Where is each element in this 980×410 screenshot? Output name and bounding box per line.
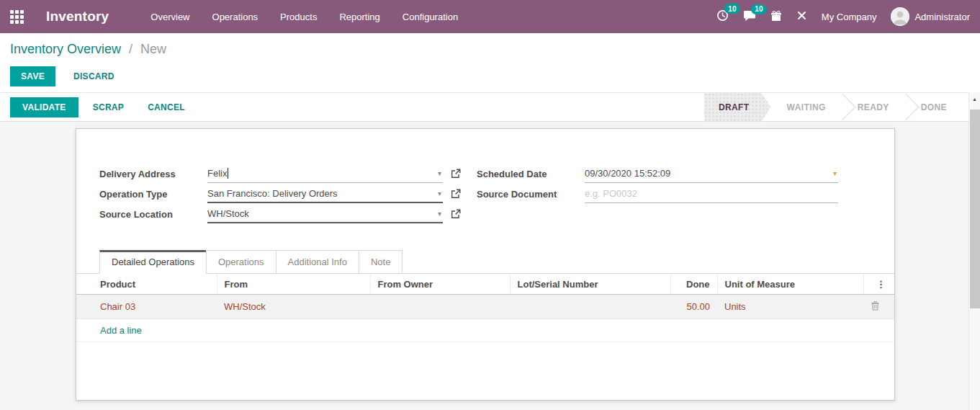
gift-icon bbox=[770, 10, 782, 24]
cell-from[interactable]: WH/Stock bbox=[217, 295, 370, 319]
tab-additional-info[interactable]: Additional Info bbox=[276, 250, 359, 274]
cell-lot-serial[interactable] bbox=[510, 295, 670, 319]
notebook: Detailed Operations Operations Additiona… bbox=[76, 250, 894, 342]
user-avatar bbox=[891, 7, 909, 26]
col-header-done[interactable]: Done bbox=[670, 274, 717, 295]
col-header-product[interactable]: Product bbox=[76, 274, 217, 295]
external-link-icon[interactable] bbox=[451, 169, 461, 179]
menu-configuration[interactable]: Configuration bbox=[401, 9, 459, 25]
scrollbar-up-arrow[interactable]: ▲ bbox=[969, 92, 980, 105]
control-panel: Inventory Overview / New SAVE DISCARD bbox=[0, 33, 980, 92]
tools-button[interactable] bbox=[796, 10, 807, 23]
dropdown-caret-icon[interactable]: ▾ bbox=[438, 169, 443, 177]
state-ready[interactable]: READY bbox=[842, 93, 905, 122]
app-title: Inventory bbox=[46, 9, 109, 24]
cell-uom[interactable]: Units bbox=[717, 295, 863, 319]
breadcrumb-separator: / bbox=[129, 42, 132, 56]
table-header-row: Product From From Owner Lot/Serial Numbe… bbox=[76, 274, 894, 295]
dropdown-caret-icon[interactable]: ▾ bbox=[438, 210, 443, 218]
table-row[interactable]: Chair 03 WH/Stock 50.00 Units bbox=[76, 295, 894, 319]
kebab-icon: ⋮ bbox=[876, 279, 886, 290]
scheduled-date-input[interactable]: 09/30/2020 15:52:09 ▾ bbox=[585, 165, 838, 183]
menu-overview[interactable]: Overview bbox=[149, 9, 191, 25]
tab-bar: Detailed Operations Operations Additiona… bbox=[76, 250, 894, 274]
dropdown-caret-icon[interactable]: ▾ bbox=[438, 190, 443, 197]
add-a-line-link[interactable]: Add a line bbox=[76, 319, 894, 342]
col-header-uom[interactable]: Unit of Measure bbox=[717, 274, 863, 295]
company-switcher[interactable]: My Company bbox=[822, 12, 877, 22]
breadcrumb-current: New bbox=[140, 42, 166, 56]
user-menu[interactable]: Administrator bbox=[891, 7, 970, 26]
datepicker-caret-icon[interactable]: ▾ bbox=[833, 169, 838, 177]
state-draft[interactable]: DRAFT bbox=[704, 93, 771, 122]
state-done[interactable]: DONE bbox=[905, 93, 963, 122]
validate-button[interactable]: VALIDATE bbox=[10, 97, 78, 117]
cancel-button[interactable]: CANCEL bbox=[138, 97, 194, 117]
detailed-operations-table: Product From From Owner Lot/Serial Numbe… bbox=[76, 274, 894, 342]
activities-button[interactable]: 10 bbox=[716, 9, 729, 24]
source-location-label: Source Location bbox=[99, 209, 207, 220]
delivery-address-input[interactable]: Felix ▾ bbox=[207, 165, 443, 183]
text-cursor bbox=[228, 168, 228, 179]
apps-grid-icon bbox=[10, 10, 24, 24]
operation-type-input[interactable]: San Francisco: Delivery Orders ▾ bbox=[207, 185, 443, 203]
rewards-button[interactable] bbox=[770, 10, 782, 24]
tab-note[interactable]: Note bbox=[359, 250, 403, 274]
delete-row-button[interactable] bbox=[863, 295, 894, 319]
menu-operations[interactable]: Operations bbox=[211, 9, 260, 25]
crossed-tools-icon bbox=[796, 10, 807, 23]
tab-operations[interactable]: Operations bbox=[206, 250, 277, 274]
tab-detailed-operations[interactable]: Detailed Operations bbox=[99, 250, 207, 274]
scheduled-date-label: Scheduled Date bbox=[477, 169, 585, 179]
save-button[interactable]: SAVE bbox=[10, 66, 55, 86]
col-header-from[interactable]: From bbox=[217, 274, 370, 295]
form-view-background: Delivery Address Felix ▾ Operation Type bbox=[0, 122, 980, 410]
col-header-lot-serial[interactable]: Lot/Serial Number bbox=[510, 274, 670, 295]
delivery-address-label: Delivery Address bbox=[99, 169, 207, 179]
trash-icon bbox=[871, 302, 880, 313]
menu-reporting[interactable]: Reporting bbox=[338, 9, 381, 25]
operation-type-label: Operation Type bbox=[99, 189, 207, 200]
activities-count-badge: 10 bbox=[724, 4, 740, 14]
cell-done[interactable]: 50.00 bbox=[670, 295, 717, 319]
cell-product[interactable]: Chair 03 bbox=[76, 295, 217, 319]
optional-columns-button[interactable]: ⋮ bbox=[863, 274, 894, 295]
state-pipeline: DRAFT WAITING READY DONE bbox=[704, 93, 963, 122]
source-location-input[interactable]: WH/Stock ▾ bbox=[207, 205, 443, 223]
messages-button[interactable]: 10 bbox=[743, 10, 756, 24]
cell-from-owner[interactable] bbox=[370, 295, 510, 319]
messages-count-badge: 10 bbox=[751, 4, 767, 14]
form-statusbar: VALIDATE SCRAP CANCEL DRAFT WAITING READ… bbox=[0, 92, 980, 122]
scrap-button[interactable]: SCRAP bbox=[84, 97, 134, 117]
external-link-icon[interactable] bbox=[451, 189, 461, 199]
breadcrumb-parent-link[interactable]: Inventory Overview bbox=[10, 42, 121, 56]
apps-menu-button[interactable] bbox=[0, 0, 33, 33]
source-document-placeholder: e.g. PO0032 bbox=[585, 188, 637, 199]
col-header-from-owner[interactable]: From Owner bbox=[370, 274, 510, 295]
user-name: Administrator bbox=[914, 12, 970, 22]
state-waiting[interactable]: WAITING bbox=[771, 93, 842, 122]
menu-products[interactable]: Products bbox=[279, 9, 318, 25]
top-navbar: Inventory Overview Operations Products R… bbox=[0, 0, 980, 33]
source-document-label: Source Document bbox=[477, 189, 585, 200]
discard-button[interactable]: DISCARD bbox=[63, 66, 125, 86]
main-menu: Overview Operations Products Reporting C… bbox=[149, 9, 459, 25]
scrollbar-thumb[interactable] bbox=[970, 110, 980, 308]
add-line-row: Add a line bbox=[76, 319, 894, 342]
breadcrumb: Inventory Overview / New bbox=[10, 40, 968, 58]
vertical-scrollbar[interactable]: ▲ bbox=[968, 92, 980, 410]
external-link-icon[interactable] bbox=[451, 209, 461, 219]
source-document-input[interactable]: e.g. PO0032 bbox=[585, 185, 838, 203]
form-sheet: Delivery Address Felix ▾ Operation Type bbox=[76, 128, 895, 401]
